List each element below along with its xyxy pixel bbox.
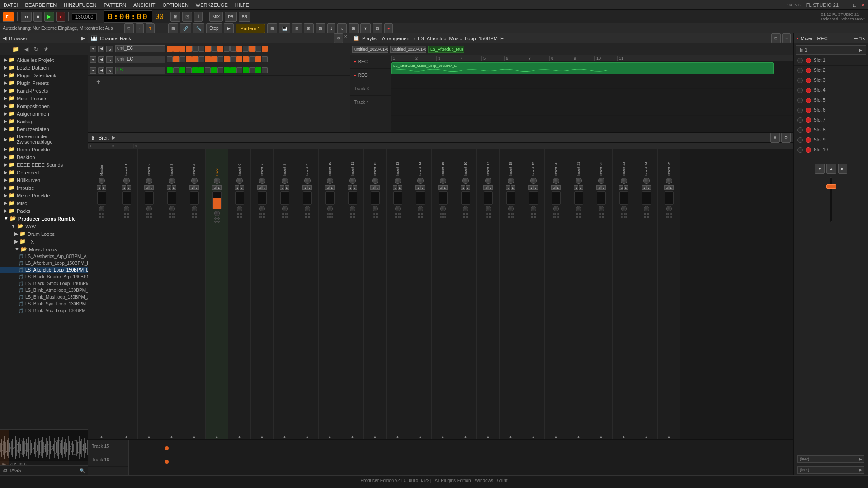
browser-folder-btn[interactable]: 📁 (10, 45, 21, 53)
mixer-channel-1[interactable]: Insert 1◀▶▲ (115, 149, 138, 439)
window-minimize[interactable]: ─ (842, 1, 849, 9)
ch-mute-0[interactable]: ● (90, 46, 96, 52)
mixer-channel-0[interactable]: Master◀▶▲ (88, 149, 115, 439)
window-maximize[interactable]: □ (851, 1, 858, 9)
rec-fader-thumb[interactable] (826, 184, 836, 189)
rec-slot-1[interactable]: Slot 1 (794, 56, 868, 66)
pad-2-11[interactable] (236, 67, 242, 73)
mixer-channel-14[interactable]: Insert 14◀▶▲ (409, 149, 432, 439)
ch-name-0[interactable]: unti_EC (115, 45, 165, 52)
mixer-channel-25[interactable]: Insert 25◀▶▲ (658, 149, 680, 439)
menu-werkzeuge[interactable]: WERKZEUGE (194, 1, 230, 9)
browser-file-0[interactable]: 🎵LS_Aesthetics_Arp_80BPM_A (0, 253, 88, 260)
browser-nav-left[interactable]: ◀ (3, 35, 6, 41)
ch-name-2[interactable]: LS_-E (115, 67, 165, 74)
mixer-channel-15[interactable]: Insert 15◀▶▲ (432, 149, 454, 439)
pad-0-10[interactable] (230, 46, 236, 52)
pattern-name[interactable]: Pattern 1 (236, 24, 266, 33)
mixer-channel-17[interactable]: Insert 17◀▶▲ (477, 149, 500, 439)
pad-0-6[interactable] (205, 46, 211, 52)
pad-0-13[interactable] (249, 46, 255, 52)
window-close[interactable]: × (860, 1, 866, 9)
pad-1-0[interactable] (167, 56, 173, 62)
rec-leer-1[interactable]: (leer) ▶ (797, 455, 864, 463)
pad-0-2[interactable] (179, 46, 185, 52)
pad-0-1[interactable] (173, 46, 179, 52)
pad-0-14[interactable] (255, 46, 261, 52)
pad-1-15[interactable] (262, 56, 268, 62)
mixer-channel-7[interactable]: Insert 7◀▶▲ (251, 149, 274, 439)
mixer-channel-21[interactable]: Insert 21◀▶▲ (567, 149, 590, 439)
rec-slot-8[interactable]: Slot 8 (794, 125, 868, 135)
snap-button[interactable]: ⊞ (170, 12, 180, 22)
browser-item-19[interactable]: ▶ 📁Packs (0, 207, 88, 215)
pad-2-12[interactable] (243, 67, 249, 73)
mixer-channel-20[interactable]: Insert 20◀▶▲ (545, 149, 567, 439)
rec-arrow-right[interactable]: ▶ (838, 164, 847, 174)
pad-1-2[interactable] (179, 56, 185, 62)
pad-0-4[interactable] (192, 46, 198, 52)
pad-1-3[interactable] (186, 56, 192, 62)
pad-2-3[interactable] (186, 67, 192, 73)
metronome-button[interactable]: ♩ (194, 12, 203, 22)
rewind-button[interactable]: ⏮ (21, 12, 32, 22)
bpm-display[interactable]: 130.000 (72, 13, 97, 20)
browser-item-0[interactable]: ▶ 📁Aktuelles Projekt (0, 56, 88, 64)
browser-item-8[interactable]: ▶ 📁Backup (0, 117, 88, 125)
pad-2-2[interactable] (179, 67, 185, 73)
browser-item-fx[interactable]: ▶ 📁FX (0, 238, 88, 245)
pad-2-5[interactable] (198, 67, 204, 73)
menu-hinzufuegen[interactable]: HINZUFÜGEN (62, 1, 98, 9)
browser-file-8[interactable]: 🎵LS_Blink_Vox_Loop_130BPM_Am (0, 307, 88, 314)
pad-1-6[interactable] (205, 56, 211, 62)
pad-1-1[interactable] (173, 56, 179, 62)
mixer-button[interactable]: MIX (209, 12, 223, 22)
browser-file-5[interactable]: 🎵LS_Blink_Atmo.loop_130BPM_Am (0, 287, 88, 294)
browser-item-3[interactable]: ▶ 📁Plugin-Presets (0, 79, 88, 87)
pad-2-15[interactable] (262, 67, 268, 73)
browser-item-17[interactable]: ▶ 📁Meine Projekte (0, 192, 88, 199)
pad-1-7[interactable] (211, 56, 217, 62)
rec-leer-2[interactable]: (leer) ▶ (797, 466, 864, 474)
ch-mute-2[interactable]: ● (90, 67, 96, 74)
tuner-btn[interactable]: ♩ (136, 23, 144, 33)
mode-btn[interactable]: ⊞ (124, 23, 134, 33)
rec-panel-max[interactable]: □ (859, 36, 862, 41)
pad-1-5[interactable] (198, 56, 204, 62)
pad-1-14[interactable] (255, 56, 261, 62)
browser-item-drum-loops[interactable]: ▶ 📁Drum Loops (0, 230, 88, 238)
pad-1-4[interactable] (192, 56, 198, 62)
browser-refresh-btn[interactable]: ↻ (32, 45, 40, 53)
tools-btn[interactable]: ⊡ (316, 23, 326, 33)
browser-item-7[interactable]: ▶ 📁Aufgenommen (0, 110, 88, 117)
pad-2-10[interactable] (230, 67, 236, 73)
browser-item-12[interactable]: ▶ 📁Desktop (0, 153, 88, 161)
pad-0-15[interactable] (262, 46, 268, 52)
ch-name-1[interactable]: unti_EC (115, 56, 165, 63)
pad-0-9[interactable] (224, 46, 230, 52)
vel-btn[interactable]: ▼ (360, 23, 371, 33)
pad-2-8[interactable] (217, 67, 223, 73)
rec-slot-2[interactable]: Slot 2 (794, 66, 868, 75)
mixer-channel-9[interactable]: Insert 9◀▶▲ (296, 149, 319, 439)
mixer-channel-8[interactable]: Insert 8◀▶▲ (274, 149, 296, 439)
step-label[interactable]: Step (206, 23, 222, 33)
browser-item-music-loops[interactable]: ▼ 📂Music Loops (0, 245, 88, 253)
pad-0-0[interactable] (167, 46, 173, 52)
browser-button[interactable]: BR (239, 12, 251, 22)
mixer-channel-2[interactable]: Insert 2◀▶▲ (138, 149, 160, 439)
pad-1-8[interactable] (217, 56, 223, 62)
mixer-channel-4[interactable]: Insert 4◀▶▲ (183, 149, 206, 439)
pad-0-5[interactable] (198, 46, 204, 52)
mixer-channel-5[interactable]: REC◀▶▲ (206, 149, 228, 439)
pattern-nav[interactable]: ⊞ (267, 23, 277, 33)
menu-optionen[interactable]: OPTIONEN (160, 1, 190, 9)
browser-file-1[interactable]: 🎵LS_Afterburn_Loop_150BPM_E (0, 260, 88, 267)
browser-item-16[interactable]: ▶ 📁Impulse (0, 184, 88, 192)
pad-2-14[interactable] (255, 67, 261, 73)
link-btn[interactable]: 🔗 (180, 23, 191, 33)
fl-logo[interactable]: FL (3, 12, 14, 22)
add-channel-btn[interactable]: + (92, 78, 105, 86)
browser-file-4[interactable]: 🎵LS_Black_Smok.Loop_140BPM_G (0, 280, 88, 287)
rec-input-selector[interactable]: In 1 ▶ (796, 45, 866, 55)
